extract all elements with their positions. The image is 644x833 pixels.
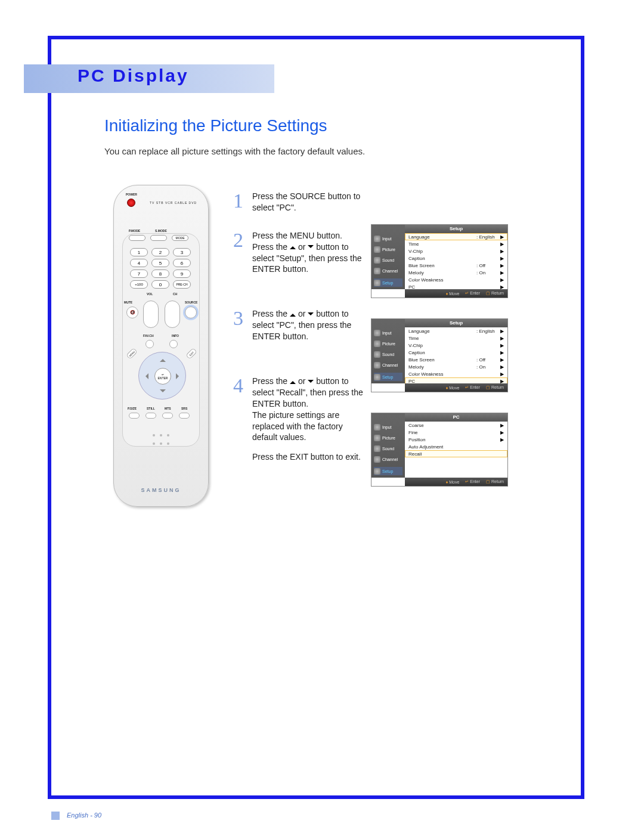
label-smode: S.MODE	[155, 229, 167, 233]
osd-row-language: Language: English▶	[405, 327, 507, 335]
pmode-button[interactable]	[129, 235, 145, 241]
step-4-pre: Press the	[252, 376, 290, 386]
info-button[interactable]	[169, 340, 178, 348]
osd-sidebar: Input Picture Sound Channel Setup	[371, 225, 405, 289]
osd-row-bluescreen: Blue Screen: Off▶	[405, 262, 507, 269]
source-button[interactable]	[185, 306, 197, 318]
label-mute: MUTE	[124, 301, 132, 304]
osd-side-sound: Sound	[374, 256, 402, 264]
step-1-text: Press the SOURCE button to select "PC".	[252, 191, 360, 212]
osd-row-melody: Melody: On▶	[405, 269, 507, 276]
osd-row-recall: Recall	[405, 450, 507, 457]
num-2[interactable]: 2	[151, 248, 169, 256]
triangle-up-icon	[290, 243, 296, 249]
page-number-accent	[51, 812, 60, 820]
arrow-left-icon[interactable]	[143, 373, 148, 379]
osd-row-pc: PC▶	[405, 283, 507, 289]
picture-icon	[374, 340, 380, 347]
num-0[interactable]: 0	[151, 280, 169, 289]
num-6[interactable]: 6	[173, 259, 191, 267]
osd-side-setup: Setup	[374, 373, 402, 381]
num-9[interactable]: 9	[173, 270, 191, 278]
osd-title: PC	[405, 413, 507, 422]
osd-row-coarse: Coarse▶	[405, 422, 507, 429]
osd-side-channel: Channel	[374, 267, 402, 275]
osd-side-input: Input	[374, 423, 402, 431]
menu-button[interactable]: MENU	[126, 348, 138, 360]
exit-button[interactable]: EXIT	[185, 348, 197, 360]
osd-title: Setup	[405, 225, 507, 233]
osd-side-input: Input	[374, 329, 402, 337]
step-3: 3 Press the or button to select "PC", th…	[236, 308, 367, 342]
prech-button[interactable]: PRE-CH	[173, 280, 191, 289]
osd-screenshot-setup-1: TV Setup Input Picture Sound Channel Set…	[371, 224, 508, 298]
num-8[interactable]: 8	[151, 270, 169, 278]
setup-icon	[374, 468, 380, 475]
arrow-right-icon[interactable]	[176, 373, 182, 379]
osd-row-colorweak: Color Weakness▶	[405, 370, 507, 377]
mts-button[interactable]	[162, 413, 173, 419]
num-5[interactable]: 5	[151, 259, 169, 267]
osd-title: Setup	[405, 319, 507, 327]
page-number: English - 90	[67, 812, 101, 819]
osd-row-vchip: V-Chip▶	[405, 247, 507, 255]
power-button[interactable]	[127, 199, 135, 207]
triangle-down-icon	[308, 380, 314, 386]
triangle-up-icon	[290, 311, 296, 317]
label-srs: SRS	[181, 407, 187, 410]
label-info: INFO	[172, 334, 179, 337]
label-source-row: TV STB VCR CABLE DVD	[150, 201, 197, 205]
chapter-title: PC Display	[78, 66, 189, 86]
enter-button[interactable]: ↵ENTER	[154, 368, 171, 385]
osd-row-language: Language: English▶	[405, 233, 507, 240]
label-vol: VOL	[147, 292, 153, 296]
smode-button[interactable]	[150, 235, 167, 241]
num-4[interactable]: 4	[130, 259, 148, 267]
osd-row-caption: Caption▶	[405, 349, 507, 356]
remote-control: POWER TV STB VCR CABLE DVD P.MODE S.MODE…	[113, 185, 209, 507]
arrow-down-icon[interactable]	[160, 389, 166, 395]
setup-icon	[374, 280, 380, 286]
psize-button[interactable]	[129, 413, 140, 419]
input-icon	[374, 424, 380, 431]
num-7[interactable]: 7	[130, 270, 148, 278]
osd-row-autoadj: Auto Adjustment	[405, 443, 507, 450]
label-psize: P.SIZE	[128, 407, 137, 410]
step-3-pre: Press the	[252, 309, 290, 318]
label-power: POWER	[126, 193, 137, 196]
steps-column: 1 Press the SOURCE button to select "PC"…	[236, 191, 367, 479]
num-plus100[interactable]: +100	[130, 280, 148, 289]
num-3[interactable]: 3	[173, 248, 191, 256]
dpad[interactable]: ↵ENTER	[138, 352, 186, 400]
label-ch: CH	[173, 292, 177, 296]
label-still: STILL	[147, 407, 155, 410]
osd-row-pc: PC▶	[405, 377, 507, 383]
label-favch: FAV.CH	[143, 334, 154, 337]
step-4: 4 Press the or button to select "Recall"…	[236, 376, 367, 463]
label-source: SOURCE	[185, 301, 197, 304]
osd-row-colorweak: Color Weakness▶	[405, 276, 507, 283]
srs-button[interactable]	[179, 413, 190, 419]
step-4-extra: The picture settings are replaced with t…	[252, 410, 343, 442]
osd-row-position: Position▶	[405, 436, 507, 443]
favch-button[interactable]	[145, 340, 154, 348]
arrow-up-icon[interactable]	[160, 356, 166, 362]
mode-button[interactable]: MODE	[172, 235, 188, 241]
vol-rocker[interactable]	[143, 301, 159, 328]
still-button[interactable]	[145, 413, 156, 419]
osd-main-1: Language: English▶ Time▶ V-Chip▶ Caption…	[405, 233, 507, 289]
osd-side-sound: Sound	[374, 350, 402, 358]
input-icon	[374, 236, 380, 242]
channel-icon	[374, 362, 380, 368]
label-mts: MTS	[165, 407, 171, 410]
osd-main-3: Coarse▶ Fine▶ Position▶ Auto Adjustment …	[405, 422, 507, 478]
osd-footer: ♦ Move ↵ Enter ▢ Return	[405, 289, 507, 298]
osd-row-fine: Fine▶	[405, 429, 507, 436]
osd-footer: ♦ Move ↵ Enter ▢ Return	[405, 478, 507, 486]
osd-row-caption: Caption▶	[405, 255, 507, 262]
num-1[interactable]: 1	[130, 248, 148, 256]
mute-button[interactable]: 🔇	[126, 306, 138, 318]
ch-rocker[interactable]	[165, 301, 180, 328]
section-heading: Initializing the Picture Settings	[104, 116, 327, 135]
remote-inner: P.MODE S.MODE MODE 1 2 3 4 5 6 7 8 9 +10…	[122, 233, 200, 447]
